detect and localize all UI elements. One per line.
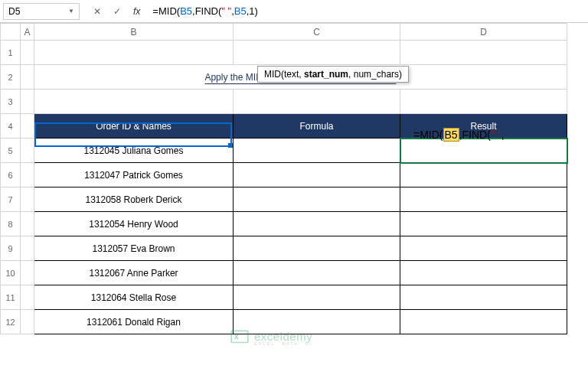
col-header-orderid[interactable]: Order ID & Names bbox=[34, 114, 234, 139]
table-row: 6 1312047 Patrick Gomes bbox=[1, 163, 567, 187]
cell[interactable] bbox=[234, 41, 400, 65]
row-header[interactable]: 6 bbox=[1, 163, 21, 187]
cell[interactable] bbox=[34, 41, 234, 65]
cell[interactable] bbox=[400, 236, 567, 261]
cell-b10[interactable]: 1312067 Anne Parker bbox=[34, 261, 234, 285]
cell[interactable] bbox=[34, 90, 234, 114]
row-header[interactable]: 7 bbox=[1, 187, 21, 212]
cell[interactable] bbox=[21, 236, 34, 261]
table-row: 3 bbox=[1, 90, 567, 114]
col-header-d[interactable]: D bbox=[400, 24, 567, 41]
cell[interactable] bbox=[21, 285, 34, 310]
cell[interactable] bbox=[21, 114, 34, 139]
col-header-c[interactable]: C bbox=[234, 24, 400, 41]
cell[interactable] bbox=[234, 285, 400, 310]
cell[interactable] bbox=[21, 187, 34, 212]
formula-bar-row: D5 ▼ ✕ ✓ fx =MID(B5,FIND(" ",B5,1) bbox=[0, 0, 588, 23]
cell[interactable] bbox=[400, 90, 567, 114]
table-row: 5 1312045 Juliana Gomes bbox=[1, 139, 567, 163]
cell[interactable] bbox=[234, 212, 400, 236]
cell[interactable] bbox=[400, 212, 567, 236]
watermark: exceldemy EXCEL · DATA · BI bbox=[230, 328, 312, 347]
cell[interactable] bbox=[234, 163, 400, 187]
name-box[interactable]: D5 ▼ bbox=[3, 3, 80, 20]
cell[interactable] bbox=[21, 310, 34, 334]
row-header[interactable]: 2 bbox=[1, 65, 21, 90]
row-header[interactable]: 11 bbox=[1, 285, 21, 310]
row-header[interactable]: 12 bbox=[1, 310, 21, 334]
formula-controls: ✕ ✓ fx bbox=[84, 5, 146, 18]
cell-b11[interactable]: 1312064 Stella Rose bbox=[34, 285, 234, 310]
table-row: 11 1312064 Stella Rose bbox=[1, 285, 567, 310]
row-header[interactable]: 10 bbox=[1, 261, 21, 285]
select-all-corner[interactable] bbox=[1, 24, 21, 41]
table-row: 8 1312054 Henry Wood bbox=[1, 212, 567, 236]
chevron-down-icon[interactable]: ▼ bbox=[68, 8, 74, 15]
cell-b9[interactable]: 1312057 Eva Brown bbox=[34, 236, 234, 261]
active-cell-editing[interactable]: =MID(B5,FIND(" ", bbox=[413, 128, 505, 142]
cell[interactable] bbox=[21, 163, 34, 187]
cell[interactable] bbox=[21, 65, 34, 90]
cell-b8[interactable]: 1312054 Henry Wood bbox=[34, 212, 234, 236]
cell[interactable] bbox=[21, 41, 34, 65]
watermark-brand: exceldemy bbox=[254, 330, 312, 343]
col-header-formula[interactable]: Formula bbox=[234, 114, 400, 139]
cell[interactable] bbox=[21, 90, 34, 114]
cell-b12[interactable]: 1312061 Donald Rigan bbox=[34, 310, 234, 334]
row-header[interactable]: 4 bbox=[1, 114, 21, 139]
cell[interactable] bbox=[21, 212, 34, 236]
row-header[interactable]: 8 bbox=[1, 212, 21, 236]
cell[interactable] bbox=[234, 236, 400, 261]
cell[interactable] bbox=[234, 187, 400, 212]
watermark-sub: EXCEL · DATA · BI bbox=[254, 341, 312, 346]
cell[interactable] bbox=[234, 261, 400, 285]
formula-bar-input[interactable]: =MID(B5,FIND(" ",B5,1) bbox=[146, 5, 585, 17]
table-row: 1 bbox=[1, 41, 567, 65]
col-header-b[interactable]: B bbox=[34, 24, 234, 41]
cell-c5[interactable] bbox=[234, 139, 400, 163]
cell[interactable] bbox=[400, 187, 567, 212]
name-box-value: D5 bbox=[8, 6, 20, 17]
table-row: 10 1312067 Anne Parker bbox=[1, 261, 567, 285]
worksheet: MID(text, start_num, num_chars) =MID(B5,… bbox=[0, 23, 588, 334]
logo-icon bbox=[230, 328, 250, 347]
fx-icon[interactable]: fx bbox=[133, 6, 140, 17]
cell[interactable] bbox=[400, 261, 567, 285]
cell-b7[interactable]: 1312058 Roberk Derick bbox=[34, 187, 234, 212]
cell[interactable] bbox=[400, 285, 567, 310]
row-header[interactable]: 9 bbox=[1, 236, 21, 261]
cell[interactable] bbox=[400, 163, 567, 187]
table-row: 9 1312057 Eva Brown bbox=[1, 236, 567, 261]
row-header[interactable]: 3 bbox=[1, 90, 21, 114]
cell-b5[interactable]: 1312045 Juliana Gomes bbox=[34, 139, 234, 163]
cancel-icon[interactable]: ✕ bbox=[90, 5, 104, 18]
column-header-row: A B C D bbox=[1, 24, 567, 41]
cell[interactable] bbox=[400, 310, 567, 334]
cell[interactable] bbox=[21, 139, 34, 163]
table-row: 7 1312058 Roberk Derick bbox=[1, 187, 567, 212]
row-header[interactable]: 5 bbox=[1, 139, 21, 163]
cell[interactable] bbox=[234, 90, 400, 114]
svg-rect-0 bbox=[231, 331, 248, 342]
row-header[interactable]: 1 bbox=[1, 41, 21, 65]
col-header-a[interactable]: A bbox=[21, 24, 34, 41]
cell[interactable] bbox=[400, 41, 567, 65]
cell[interactable] bbox=[21, 261, 34, 285]
cell-d5[interactable] bbox=[400, 139, 567, 163]
check-icon[interactable]: ✓ bbox=[110, 5, 124, 18]
cell-b6[interactable]: 1312047 Patrick Gomes bbox=[34, 163, 234, 187]
function-tooltip: MID(text, start_num, num_chars) bbox=[257, 66, 409, 83]
